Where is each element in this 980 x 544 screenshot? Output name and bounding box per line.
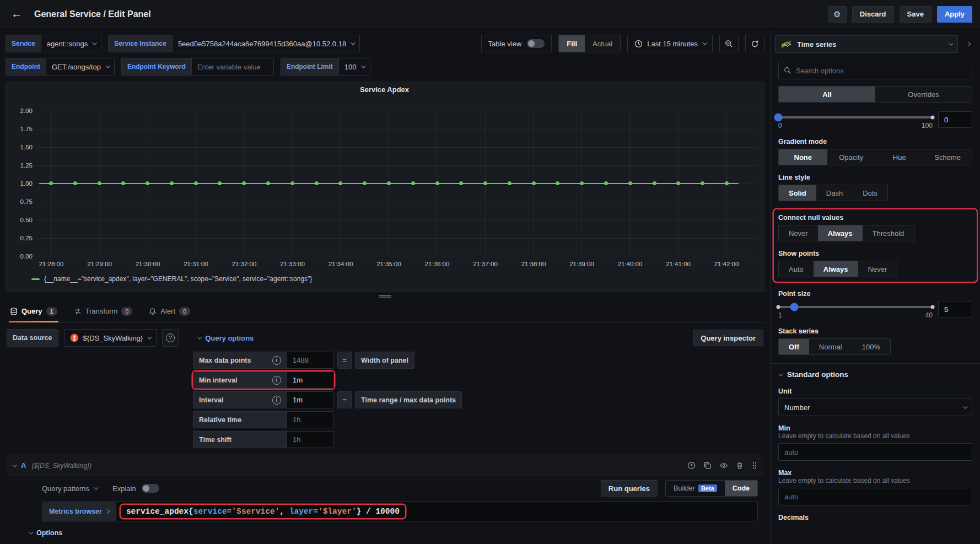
point-size-label: Point size — [778, 290, 972, 298]
radio-option[interactable]: Auto — [779, 261, 814, 277]
radio-option[interactable]: Normal — [809, 339, 852, 354]
refresh-button[interactable] — [745, 35, 764, 52]
query-count-badge: 1 — [46, 307, 57, 316]
delete-query-trash-icon[interactable] — [736, 461, 744, 470]
data-point — [435, 181, 439, 185]
radio-option[interactable]: Opacity — [827, 149, 876, 165]
datasource-picker[interactable]: ${DS_SkyWalking} — [64, 329, 157, 347]
query-options-header[interactable]: Query options — [197, 334, 254, 342]
relative-time-row: Relative time 1h — [193, 411, 763, 428]
fill-opacity-field: 0 100 0 — [778, 111, 972, 130]
chart-panel: Service Apdex 2.001.751.501.251.000.750.… — [6, 82, 764, 292]
radio-option[interactable]: Off — [779, 339, 809, 354]
service-variable-dropdown[interactable]: agent::songs — [41, 35, 101, 52]
min-input[interactable] — [778, 443, 972, 461]
time-range-picker[interactable]: Last 15 minutes — [627, 35, 713, 52]
save-button[interactable]: Save — [900, 6, 931, 23]
metrics-browser-button[interactable]: Metrics browser — [42, 502, 116, 521]
collapse-options-pane-button[interactable] — [961, 35, 976, 53]
min-interval-input[interactable]: 1m — [287, 371, 334, 389]
min-help-text: Leave empty to calculate based on all va… — [778, 432, 972, 440]
radio-option[interactable]: Scheme — [924, 149, 972, 165]
fill-option[interactable]: Fill — [559, 35, 585, 52]
point-size-value[interactable]: 5 — [938, 301, 972, 317]
standard-options-section-header[interactable]: Standard options — [778, 370, 972, 379]
options-filter-tab[interactable]: All — [779, 87, 875, 102]
actual-option[interactable]: Actual — [585, 35, 620, 52]
query-a-header[interactable]: A (${DS_SkyWalking}) — [7, 455, 763, 476]
search-options-input[interactable] — [796, 67, 967, 75]
radio-option[interactable]: Threshold — [863, 225, 914, 241]
slider-handle[interactable] — [774, 114, 783, 122]
visualization-picker[interactable]: Time series — [775, 35, 958, 53]
query-history-icon[interactable] — [687, 461, 696, 470]
datasource-help-button[interactable]: ? — [162, 329, 179, 347]
query-options-footer[interactable]: Options — [29, 529, 763, 537]
interval-input[interactable]: 1m — [287, 391, 334, 408]
unit-select[interactable]: Number — [778, 398, 972, 416]
endpoint-keyword-input[interactable] — [191, 58, 274, 76]
query-expression-field[interactable]: service_apdex{service='$service', layer=… — [116, 502, 758, 521]
radio-option[interactable]: Never — [858, 261, 897, 277]
query-a-card: A (${DS_SkyWalking}) — [7, 455, 763, 537]
panel-options-sidebar: Time series AllOverrides — [770, 29, 980, 544]
chart-legend: {__name__="service_apdex", layer="GENERA… — [31, 275, 757, 283]
slider-handle[interactable] — [790, 303, 798, 311]
code-option[interactable]: Code — [725, 481, 757, 496]
endpoint-limit-variable: Endpoint Limit 100 — [281, 58, 370, 76]
line-style-group: SolidDashDots — [778, 185, 888, 201]
tab-transform[interactable]: Transform 0 — [73, 300, 134, 322]
options-scroll-area[interactable]: AllOverrides 0 100 — [771, 56, 980, 544]
query-inspector-button[interactable]: Query inspector — [693, 330, 763, 346]
duplicate-query-icon[interactable] — [703, 461, 712, 470]
radio-option[interactable]: 100% — [852, 339, 890, 354]
options-filter-tab[interactable]: Overrides — [875, 87, 972, 102]
panel-resize-handle[interactable] — [6, 292, 764, 300]
data-point — [290, 181, 294, 185]
chevron-down-icon — [361, 63, 365, 68]
query-patterns-dropdown[interactable]: Query patterns — [42, 484, 97, 493]
radio-option[interactable]: Always — [818, 225, 863, 241]
point-size-slider[interactable]: 1 40 — [778, 301, 933, 319]
table-view-toggle[interactable] — [527, 39, 545, 48]
fill-opacity-value[interactable]: 0 — [938, 111, 972, 128]
legend-series-label[interactable]: {__name__="service_apdex", layer="GENERA… — [44, 275, 312, 283]
drag-handle-icon[interactable] — [751, 461, 758, 470]
apply-button[interactable]: Apply — [937, 6, 972, 23]
explain-label: Explain — [112, 484, 136, 493]
radio-option[interactable]: Never — [779, 225, 818, 241]
data-point — [628, 181, 632, 185]
radio-option[interactable]: Dots — [853, 185, 887, 201]
zoom-out-button[interactable] — [719, 35, 739, 52]
radio-option[interactable]: None — [779, 149, 827, 165]
max-data-points-input[interactable]: 1488 — [287, 352, 334, 369]
hide-query-eye-icon[interactable] — [719, 461, 728, 470]
radio-option[interactable]: Solid — [779, 185, 816, 201]
zoom-out-icon — [725, 40, 733, 48]
tab-alert[interactable]: Alert 0 — [148, 300, 191, 322]
radio-option[interactable]: Hue — [875, 149, 924, 165]
discard-button[interactable]: Discard — [852, 6, 894, 23]
fill-opacity-slider[interactable]: 0 100 — [778, 111, 933, 130]
relative-time-input[interactable]: 1h — [287, 411, 334, 428]
panel-settings-button[interactable]: ⚙ — [828, 6, 847, 23]
annotated-options-group: Connect null values NeverAlwaysThreshold… — [774, 209, 977, 282]
query-expression-segment: '$service' — [231, 507, 279, 516]
show-points-label: Show points — [778, 250, 972, 257]
builder-option[interactable]: Builder Beta — [666, 481, 725, 496]
back-arrow-icon[interactable]: ← — [8, 6, 25, 23]
endpoint-limit-dropdown[interactable]: 100 — [338, 58, 370, 76]
time-shift-input[interactable]: 1h — [287, 431, 334, 448]
plot-area[interactable] — [37, 111, 757, 256]
builder-code-switch: Builder Beta Code — [665, 480, 758, 497]
max-input[interactable] — [778, 488, 972, 505]
radio-option[interactable]: Always — [814, 261, 858, 277]
explain-toggle[interactable] — [142, 484, 159, 493]
tab-query[interactable]: Query 1 — [9, 300, 58, 322]
data-point — [170, 181, 174, 185]
run-queries-button[interactable]: Run queries — [601, 480, 658, 497]
service-instance-dropdown[interactable]: 5eed0e5758a244aca6e7699415d360aa@10.52.0… — [172, 35, 360, 52]
data-point — [338, 181, 342, 185]
endpoint-variable-dropdown[interactable]: GET:/songs/top — [46, 58, 115, 76]
radio-option[interactable]: Dash — [816, 185, 853, 201]
